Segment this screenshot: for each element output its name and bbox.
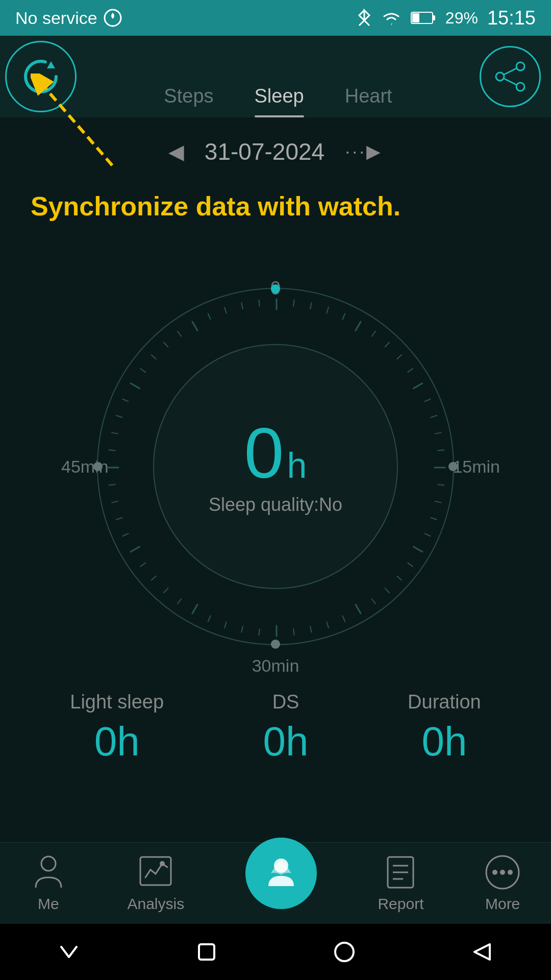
svg-point-82 (492, 870, 497, 875)
svg-line-57 (109, 484, 115, 485)
stat-ds: DS 0h (263, 691, 309, 765)
dial-dot-right (448, 462, 458, 471)
share-button[interactable] (480, 46, 541, 107)
android-recent-btn[interactable] (327, 934, 362, 970)
duration-label: Duration (408, 691, 481, 713)
dial-ticks: // This will be rendered as part of SVG (98, 289, 455, 646)
nav-home-button[interactable] (245, 838, 317, 909)
svg-line-69 (208, 314, 211, 320)
ds-label: DS (272, 691, 299, 713)
svg-line-34 (408, 563, 413, 567)
nav-me-icon (31, 854, 66, 890)
wifi-icon (381, 9, 402, 27)
tab-steps[interactable]: Steps (164, 85, 213, 117)
tab-sleep[interactable]: Sleep (255, 85, 304, 117)
svg-marker-5 (47, 61, 55, 68)
svg-line-21 (397, 355, 402, 359)
svg-line-67 (178, 331, 181, 336)
svg-point-83 (500, 870, 505, 875)
svg-line-52 (140, 563, 145, 567)
header: Steps Sleep Heart (0, 36, 551, 117)
sync-instruction-text: Synchronize data with watch. (31, 191, 400, 221)
nav-me-label: Me (38, 895, 59, 913)
down-icon (56, 939, 82, 965)
svg-line-33 (413, 547, 422, 552)
chart-icon (138, 854, 173, 890)
nav-analysis[interactable]: Analysis (127, 854, 184, 913)
battery-icon (411, 10, 436, 26)
svg-line-45 (241, 626, 242, 632)
svg-line-51 (152, 576, 156, 580)
person-icon (33, 854, 64, 890)
svg-line-25 (431, 415, 436, 418)
svg-line-46 (224, 622, 227, 627)
stat-light-sleep: Light sleep 0h (70, 691, 164, 765)
svg-line-68 (192, 322, 197, 330)
svg-line-9 (504, 68, 516, 75)
svg-line-14 (293, 300, 294, 306)
nav-report[interactable]: Report (378, 854, 423, 913)
svg-line-35 (397, 576, 402, 580)
home-sport-icon (258, 850, 304, 896)
svg-line-48 (192, 604, 197, 613)
dial-dot-bottom (271, 640, 280, 649)
svg-line-22 (408, 369, 413, 372)
svg-line-41 (310, 626, 311, 632)
svg-line-49 (178, 599, 181, 604)
svg-line-42 (293, 629, 294, 635)
svg-line-44 (259, 629, 260, 635)
svg-line-24 (425, 399, 431, 402)
android-home-btn[interactable] (189, 934, 224, 970)
svg-line-47 (208, 616, 211, 622)
battery-text: 29% (445, 9, 478, 28)
svg-line-71 (241, 303, 242, 309)
sleep-chart: 0 45min 15min 30min // This will be rend… (92, 283, 459, 650)
prev-date-button[interactable]: ◀ (168, 140, 184, 163)
nav-me[interactable]: Me (31, 854, 66, 913)
android-menu-btn[interactable] (464, 934, 500, 970)
svg-line-31 (431, 518, 436, 520)
stat-duration: Duration 0h (408, 691, 481, 765)
svg-line-50 (164, 588, 168, 593)
tab-heart[interactable]: Heart (345, 85, 392, 117)
more-icon (485, 854, 520, 890)
svg-line-36 (385, 588, 389, 593)
svg-rect-85 (199, 944, 214, 960)
nav-analysis-icon (138, 854, 173, 890)
square-icon (194, 939, 219, 965)
dial-dot-top (271, 284, 280, 293)
svg-line-37 (372, 599, 375, 604)
android-back-btn[interactable] (51, 934, 87, 970)
svg-line-61 (116, 415, 122, 418)
svg-line-54 (123, 533, 129, 536)
nav-more-icon (485, 854, 520, 890)
svg-line-59 (109, 450, 115, 451)
svg-line-15 (310, 303, 311, 309)
dial-right-label: 15min (453, 457, 500, 477)
date-options[interactable]: ···▶ (345, 141, 383, 162)
svg-point-86 (335, 943, 354, 961)
sync-button[interactable] (5, 41, 77, 112)
svg-line-16 (327, 307, 329, 313)
svg-line-62 (123, 399, 129, 402)
svg-line-17 (342, 314, 345, 320)
svg-line-72 (259, 300, 260, 306)
duration-value: 0h (421, 718, 467, 765)
svg-line-55 (116, 518, 122, 520)
svg-line-56 (112, 501, 118, 502)
svg-line-30 (435, 501, 441, 502)
svg-line-26 (435, 432, 441, 433)
dial-bottom-label: 30min (252, 656, 299, 676)
svg-line-38 (356, 604, 361, 613)
status-right: 29% 15:15 (357, 7, 536, 29)
svg-line-40 (327, 622, 329, 627)
light-sleep-value: 0h (94, 718, 140, 765)
circle-icon (332, 939, 357, 965)
dial-dot-left (93, 462, 103, 471)
nav-more[interactable]: More (485, 854, 520, 913)
svg-line-70 (224, 307, 227, 313)
svg-line-39 (342, 616, 345, 622)
report-icon (385, 854, 416, 890)
svg-line-65 (152, 355, 156, 359)
stats-row: Light sleep 0h DS 0h Duration 0h (0, 660, 551, 775)
